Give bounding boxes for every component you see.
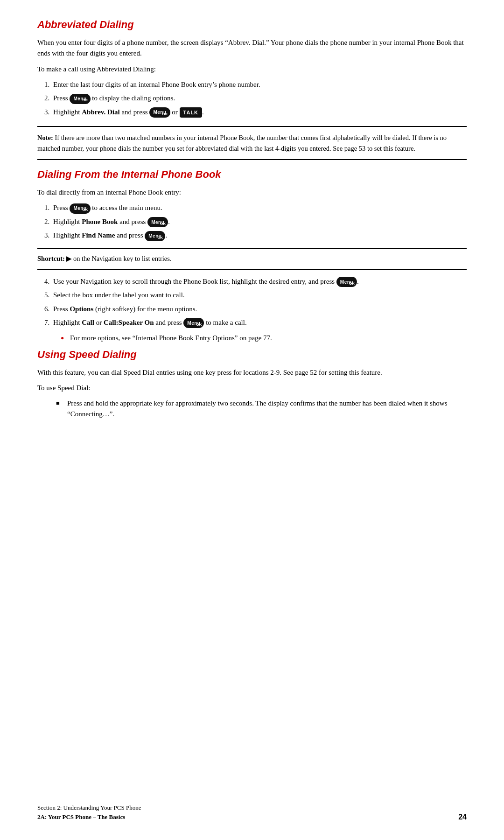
step-3-text-mid2: or xyxy=(170,108,180,116)
dialing-step-6-before: Press xyxy=(53,305,70,313)
dialing-step-1-after: to access the main menu. xyxy=(91,204,162,211)
step-3-text-after: . xyxy=(202,108,204,116)
shortcut-label: Shortcut: xyxy=(37,255,65,262)
dialing-step-3-bold: Find Name xyxy=(82,231,115,239)
abbreviated-dialing-title: Abbreviated Dialing xyxy=(37,19,467,31)
step-1-text: Enter the last four digits of an interna… xyxy=(53,81,260,88)
dialing-step-7-bold1: Call xyxy=(82,319,94,326)
menu-button-2[interactable]: MenuOK xyxy=(149,107,170,118)
menu-button-3[interactable]: MenuOK xyxy=(70,203,90,214)
menu-button-1[interactable]: MenuOK xyxy=(70,94,90,104)
step-3: Highlight Abbrev. Dial and press MenuOK … xyxy=(51,107,467,118)
menu-button-5[interactable]: MenuOK xyxy=(145,231,165,241)
speed-dialing-bullet-1: Press and hold the appropriate key for a… xyxy=(56,398,467,420)
dialing-steps-4-7: Use your Navigation key to scroll throug… xyxy=(51,276,467,329)
abbreviated-dialing-section: Abbreviated Dialing When you enter four … xyxy=(37,19,467,160)
dialing-step-6-after: (right softkey) for the menu options. xyxy=(93,305,197,313)
step-2-text-after: to display the dialing options. xyxy=(91,94,175,102)
speed-dialing-intro2: To use Speed Dial: xyxy=(37,383,467,393)
step-3-text-mid: and press xyxy=(120,108,150,116)
step-1: Enter the last four digits of an interna… xyxy=(51,79,467,90)
dialing-step-7-before: Highlight xyxy=(53,319,82,326)
menu-button-7[interactable]: MenuOK xyxy=(183,318,204,328)
note-text: If there are more than two matched numbe… xyxy=(37,134,447,152)
dialing-step-4-after: . xyxy=(357,278,359,285)
speed-dialing-square-list: Press and hold the appropriate key for a… xyxy=(56,398,467,420)
talk-button[interactable]: TALK xyxy=(180,107,203,118)
abbreviated-dialing-to-make: To make a call using Abbreviated Dialing… xyxy=(37,64,467,75)
dialing-step-7-mid2: and press xyxy=(154,319,184,326)
dialing-steps-1-3: Press MenuOK to access the main menu. Hi… xyxy=(51,203,467,241)
dialing-step-7: Highlight Call or Call:Speaker On and pr… xyxy=(51,317,467,329)
using-speed-dialing-section: Using Speed Dialing With this feature, y… xyxy=(37,349,467,420)
abbreviated-dialing-intro: When you enter four digits of a phone nu… xyxy=(37,37,467,59)
dialing-bullet-list: For more options, see “Internal Phone Bo… xyxy=(61,333,467,343)
dialing-step-2-mid: and press xyxy=(118,218,147,225)
shortcut-text: on the Navigation key to list entries. xyxy=(71,255,171,262)
dialing-step-6: Press Options (right softkey) for the me… xyxy=(51,304,467,315)
step-2: Press MenuOK to display the dialing opti… xyxy=(51,93,467,104)
dialing-step-2: Highlight Phone Book and press MenuOK. xyxy=(51,217,467,228)
dialing-step-6-bold: Options xyxy=(70,305,93,313)
dialing-step-3-after: . xyxy=(165,231,167,239)
dialing-step-5: Select the box under the label you want … xyxy=(51,290,467,301)
dialing-bullet-1: For more options, see “Internal Phone Bo… xyxy=(61,333,467,343)
dialing-step-4: Use your Navigation key to scroll throug… xyxy=(51,276,467,287)
dialing-step-4-before: Use your Navigation key to scroll throug… xyxy=(53,278,336,285)
menu-button-6[interactable]: MenuOK xyxy=(336,277,357,287)
footer-left: Section 2: Understanding Your PCS Phone … xyxy=(37,803,141,821)
dialing-step-5-text: Select the box under the label you want … xyxy=(53,291,185,299)
footer: Section 2: Understanding Your PCS Phone … xyxy=(37,803,467,821)
speed-dialing-intro1: With this feature, you can dial Speed Di… xyxy=(37,367,467,378)
dialing-step-3: Highlight Find Name and press MenuOK. xyxy=(51,230,467,241)
dialing-step-2-bold: Phone Book xyxy=(82,218,118,225)
note-label: Note: xyxy=(37,134,53,141)
dialing-step-1: Press MenuOK to access the main menu. xyxy=(51,203,467,214)
dialing-step-2-after: . xyxy=(168,218,170,225)
dialing-step-7-after: to make a call. xyxy=(204,319,246,326)
speed-dialing-bullet-1-text: Press and hold the appropriate key for a… xyxy=(67,399,448,418)
dialing-step-3-mid: and press xyxy=(115,231,145,239)
dialing-step-3-before: Highlight xyxy=(53,231,82,239)
using-speed-dialing-title: Using Speed Dialing xyxy=(37,349,467,361)
menu-button-4[interactable]: MenuOK xyxy=(147,217,168,227)
dialing-step-1-before: Press xyxy=(53,204,70,211)
step-3-text-before: Highlight xyxy=(53,108,82,116)
dialing-intro: To dial directly from an internal Phone … xyxy=(37,187,467,198)
abbreviated-dialing-steps: Enter the last four digits of an interna… xyxy=(51,79,467,118)
footer-section-text: Section 2: Understanding Your PCS Phone xyxy=(37,803,141,812)
dialing-bullet-1-text: For more options, see “Internal Phone Bo… xyxy=(70,334,272,342)
note-box: Note: If there are more than two matched… xyxy=(37,126,467,160)
footer-chapter-text: 2A: Your PCS Phone – The Basics xyxy=(37,812,141,822)
shortcut-box: Shortcut: ▶ on the Navigation key to lis… xyxy=(37,248,467,270)
dialing-from-phone-book-section: Dialing From the Internal Phone Book To … xyxy=(37,168,467,344)
dialing-step-7-bold2: Call:Speaker On xyxy=(104,319,154,326)
dialing-step-2-before: Highlight xyxy=(53,218,82,225)
dialing-from-phone-book-title: Dialing From the Internal Phone Book xyxy=(37,168,467,181)
footer-page-num: 24 xyxy=(458,813,467,821)
nav-arrow-icon: ▶ xyxy=(65,255,72,262)
dialing-step-7-mid: or xyxy=(94,319,104,326)
step-2-text-before: Press xyxy=(53,94,70,102)
step-3-bold: Abbrev. Dial xyxy=(82,108,119,116)
